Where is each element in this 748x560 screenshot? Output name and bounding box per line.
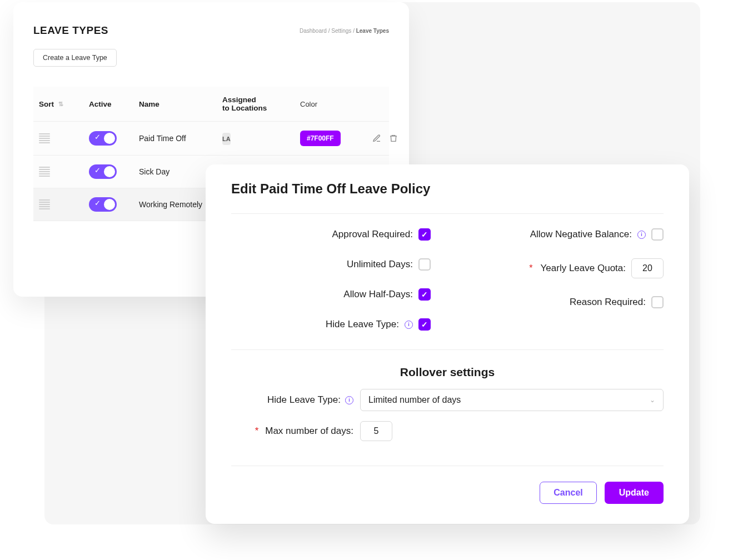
divider bbox=[231, 349, 664, 350]
breadcrumb: Dashboard / Settings / Leave Types bbox=[300, 28, 389, 34]
reason-required-label: Reason Required: bbox=[570, 297, 646, 308]
edit-policy-modal: Edit Paid Time Off Leave Policy Approval… bbox=[206, 164, 689, 524]
location-chip: LA bbox=[222, 133, 231, 145]
info-icon[interactable]: i bbox=[405, 321, 413, 329]
approval-required-checkbox[interactable] bbox=[418, 228, 431, 241]
breadcrumb-settings[interactable]: Settings bbox=[331, 28, 351, 34]
yearly-quota-label: Yearly Leave Quota: bbox=[541, 263, 626, 274]
breadcrumb-current: Leave Types bbox=[356, 28, 389, 34]
hide-leave-type-label: Hide Leave Type: bbox=[326, 319, 399, 330]
drag-handle-icon[interactable] bbox=[39, 199, 50, 209]
approval-required-label: Approval Required: bbox=[332, 229, 413, 240]
delete-icon[interactable] bbox=[389, 134, 398, 143]
col-color: Color bbox=[300, 100, 372, 108]
allow-negative-label: Allow Negative Balance: bbox=[530, 229, 632, 240]
col-name: Name bbox=[139, 100, 222, 108]
table-row: Paid Time Off LA #7F00FF bbox=[33, 122, 389, 156]
divider bbox=[231, 213, 664, 214]
col-active: Active bbox=[89, 100, 139, 108]
info-icon[interactable]: i bbox=[637, 231, 646, 239]
col-locations: Assigned to Locations bbox=[222, 96, 300, 112]
allow-half-days-label: Allow Half-Days: bbox=[343, 289, 413, 300]
info-icon[interactable]: i bbox=[345, 396, 353, 404]
col-sort[interactable]: Sort bbox=[39, 100, 54, 108]
page-title: LEAVE TYPES bbox=[33, 24, 108, 37]
edit-icon[interactable] bbox=[372, 134, 381, 143]
color-chip: #7F00FF bbox=[300, 131, 341, 146]
reason-required-checkbox[interactable] bbox=[651, 296, 664, 308]
table-header: Sort ⇅ Active Name Assigned to Locations… bbox=[33, 87, 389, 122]
hide-leave-type-checkbox[interactable] bbox=[418, 318, 431, 331]
allow-negative-checkbox[interactable] bbox=[651, 228, 664, 241]
active-toggle[interactable] bbox=[89, 164, 117, 179]
breadcrumb-dashboard[interactable]: Dashboard bbox=[300, 28, 327, 34]
active-toggle[interactable] bbox=[89, 131, 117, 146]
sort-icon[interactable]: ⇅ bbox=[58, 101, 63, 108]
yearly-quota-input[interactable] bbox=[631, 258, 664, 278]
row-name: Paid Time Off bbox=[139, 134, 222, 143]
rollover-type-select[interactable]: Limited number of days ⌄ bbox=[360, 389, 664, 411]
chevron-down-icon: ⌄ bbox=[650, 396, 655, 404]
drag-handle-icon[interactable] bbox=[39, 167, 50, 177]
allow-half-days-checkbox[interactable] bbox=[418, 288, 431, 301]
cancel-button[interactable]: Cancel bbox=[540, 482, 596, 504]
modal-title: Edit Paid Time Off Leave Policy bbox=[231, 181, 664, 197]
unlimited-days-label: Unlimited Days: bbox=[347, 259, 413, 270]
rollover-section-title: Rollover settings bbox=[231, 366, 664, 379]
max-days-input[interactable] bbox=[360, 421, 392, 441]
active-toggle[interactable] bbox=[89, 197, 117, 212]
create-leave-type-button[interactable]: Create a Leave Type bbox=[33, 49, 117, 67]
select-value: Limited number of days bbox=[368, 395, 461, 405]
required-mark: * bbox=[255, 426, 259, 437]
rollover-type-label: Hide Leave Type: bbox=[267, 394, 341, 406]
unlimited-days-checkbox[interactable] bbox=[418, 258, 431, 271]
max-days-label: Max number of days: bbox=[265, 426, 353, 437]
required-mark: * bbox=[529, 263, 532, 273]
update-button[interactable]: Update bbox=[605, 482, 664, 504]
drag-handle-icon[interactable] bbox=[39, 133, 50, 143]
